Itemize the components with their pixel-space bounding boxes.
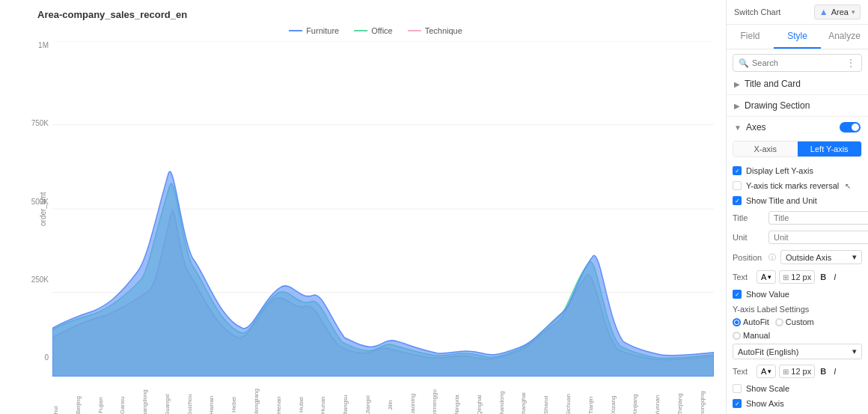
right-panel: Switch Chart ▲ Area ▾ Field Style Analyz… <box>726 0 868 414</box>
chart-type-label: Area <box>831 7 849 16</box>
position-value: Outside Axis <box>786 253 831 262</box>
search-input[interactable] <box>752 58 843 67</box>
axes-header[interactable]: ▼ Axes <box>727 117 868 138</box>
italic-button[interactable]: I <box>831 273 838 281</box>
bold-button-2[interactable]: B <box>818 367 828 376</box>
px-input[interactable]: ⊞ 12 px <box>779 270 815 284</box>
radio-dot-custom <box>775 318 783 326</box>
chart-legend: Furniture Office Technique <box>37 26 714 35</box>
chart-area: 1M 750K 500K 250K 0 <box>52 41 714 377</box>
yaxis-tick-reversal-label: Y-axis tick marks reversal <box>746 181 839 190</box>
show-value-label: Show Value <box>746 290 789 299</box>
radio-custom[interactable]: Custom <box>775 317 814 326</box>
position-row: Position ⓘ Outside Axis ▾ <box>733 247 862 267</box>
chart-svg <box>52 41 714 377</box>
text-label-1: Text <box>733 273 754 281</box>
panel-header: Switch Chart ▲ Area ▾ <box>727 0 868 25</box>
radio-custom-label: Custom <box>786 317 814 326</box>
radio-dot-autofit <box>733 318 741 326</box>
xaxis-tab[interactable]: X-axis <box>733 141 798 156</box>
drawing-section: ▶ Drawing Section <box>727 95 868 117</box>
tab-field[interactable]: Field <box>727 25 774 49</box>
legend-item-office: Office <box>354 26 393 35</box>
chart-type-selector[interactable]: ▲ Area ▾ <box>814 4 861 19</box>
axes-panel-body: Display Left Y-axis Y-axis tick marks re… <box>727 160 868 414</box>
show-scale-checkbox[interactable] <box>733 384 742 393</box>
axis-width-row: 1 px <box>733 411 862 414</box>
font-size-icon: ⊞ <box>783 273 789 281</box>
show-axis-label: Show Axis <box>746 399 784 408</box>
radio-dot-manual <box>733 332 741 340</box>
down-arrow-icon: ▼ <box>734 124 742 132</box>
chevron-down-icon: ▾ <box>852 8 855 16</box>
yaxis-tick-reversal-checkbox[interactable] <box>733 181 742 190</box>
chevron-down-icon-4: ▾ <box>852 347 857 356</box>
radio-autofit[interactable]: AutoFit <box>733 317 769 326</box>
switch-chart-label: Switch Chart <box>734 7 780 16</box>
display-left-yaxis-checkbox[interactable] <box>733 166 742 175</box>
unit-form-row: Unit <box>733 228 862 247</box>
yaxis-label-settings: Y-axis Label Settings <box>733 302 862 315</box>
text-row-1: Text A ▾ ⊞ 12 px B I <box>733 267 862 287</box>
text-row-2: Text A ▾ ⊞ 12 px B I <box>733 362 862 381</box>
title-card-label: Title and Card <box>745 79 861 89</box>
title-form-label: Title <box>733 213 764 222</box>
legend-item-technique: Technique <box>408 26 462 35</box>
more-options-icon[interactable]: ⋮ <box>846 57 856 69</box>
show-title-unit-checkbox[interactable] <box>733 196 742 205</box>
show-title-unit-label: Show Title and Unit <box>746 196 817 205</box>
italic-button-2[interactable]: I <box>831 367 838 376</box>
title-and-card-section: ▶ Title and Card <box>727 73 868 95</box>
left-yaxis-tab[interactable]: Left Y-axis <box>798 141 862 156</box>
unit-form-label: Unit <box>733 233 764 242</box>
px-value: 12 <box>791 273 800 281</box>
show-value-checkbox[interactable] <box>733 290 742 299</box>
y-ticks: 1M 750K 500K 250K 0 <box>22 41 49 362</box>
cursor-icon: ↖ <box>845 182 851 190</box>
x-labels: Anhui Beijing Fujian Gansu Guangdong Gua… <box>52 389 714 414</box>
px-input-2[interactable]: ⊞ 12 px <box>779 365 815 378</box>
px-unit: px <box>803 273 812 281</box>
axes-section: ▼ Axes X-axis Left Y-axis Display Left Y… <box>727 117 868 414</box>
title-card-header[interactable]: ▶ Title and Card <box>727 73 868 94</box>
show-axis-checkbox[interactable] <box>733 399 742 408</box>
legend-item-furniture: Furniture <box>289 26 339 35</box>
search-box: 🔍 ⋮ <box>733 54 862 72</box>
right-arrow-icon: ▶ <box>734 80 740 88</box>
position-select[interactable]: Outside Axis ▾ <box>780 250 862 264</box>
autofit-select-value: AutoFit (English) <box>738 347 798 356</box>
text-label-2: Text <box>733 367 754 376</box>
axes-label: Axes <box>746 122 840 133</box>
panel-tabs: Field Style Analyze <box>727 25 868 49</box>
chevron-down-icon-2: ▾ <box>852 252 857 262</box>
title-input[interactable] <box>768 211 868 225</box>
px-unit-2: px <box>803 367 812 376</box>
radio-group-2: Manual <box>733 329 862 341</box>
text-font-select[interactable]: A ▾ <box>757 270 776 284</box>
font-size-icon-2: ⊞ <box>783 368 789 376</box>
radio-manual-label: Manual <box>743 331 770 340</box>
autofit-select[interactable]: AutoFit (English) ▾ <box>733 344 862 359</box>
text-font-select-2[interactable]: A ▾ <box>757 365 776 378</box>
drawing-section-header[interactable]: ▶ Drawing Section <box>727 95 868 116</box>
axes-toggle[interactable] <box>840 122 861 133</box>
position-label: Position <box>733 253 764 262</box>
chart-wrapper: order_amt 1M 750K 500K 250K 0 <box>37 41 714 377</box>
unit-input[interactable] <box>768 231 868 244</box>
tab-analyze[interactable]: Analyze <box>821 25 868 49</box>
show-title-unit-row: Show Title and Unit <box>733 193 862 208</box>
radio-autofit-label: AutoFit <box>743 317 769 326</box>
show-scale-label: Show Scale <box>746 384 789 393</box>
chart-container: Area-company_sales_record_en Furniture O… <box>0 0 726 414</box>
chevron-down-icon-5: ▾ <box>768 368 771 375</box>
tab-style[interactable]: Style <box>774 25 821 49</box>
drawing-section-label: Drawing Section <box>745 100 861 111</box>
radio-group: AutoFit Custom <box>733 315 862 329</box>
radio-manual[interactable]: Manual <box>733 331 770 340</box>
yaxis-tick-reversal-row: Y-axis tick marks reversal ↖ <box>733 178 862 193</box>
show-value-row: Show Value <box>733 287 862 302</box>
area-chart-icon: ▲ <box>819 7 828 17</box>
display-left-yaxis-label: Display Left Y-axis <box>746 166 813 175</box>
bold-button[interactable]: B <box>818 273 828 281</box>
right-arrow-icon-2: ▶ <box>734 102 740 110</box>
